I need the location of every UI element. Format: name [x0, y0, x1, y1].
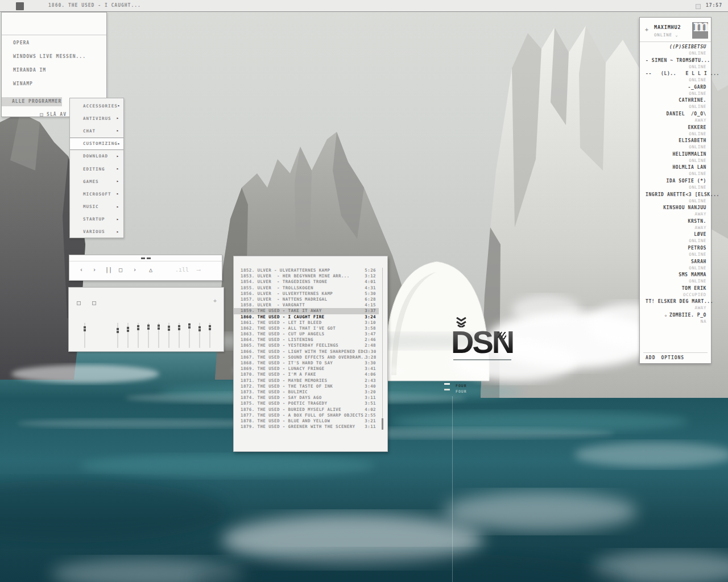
contact-row[interactable]: KINSHOU NANJUU AWAY — [643, 205, 706, 217]
slider-handle[interactable] — [198, 326, 201, 331]
start-menu-item[interactable]: WINAMP — [2, 77, 106, 91]
own-status-dropdown[interactable]: ONLINE ⌄ — [654, 32, 679, 38]
playlist-track-row[interactable]: 1852. ULVER - ULVERATTERNES KAMP 5:26 — [234, 268, 387, 273]
contact-row[interactable]: ((P)SEIBETSU ONLINE — [643, 44, 706, 56]
eq-band-slider[interactable] — [158, 288, 160, 351]
submenu-item[interactable]: CHAT ▸ — [70, 124, 123, 137]
submenu-item[interactable]: MUSIC ▸ — [70, 201, 123, 213]
playlist-track-row[interactable]: 1860. THE USED - I CAUGHT FIRE 3:24 — [234, 314, 387, 320]
playlist-track-row[interactable]: 1864. THE USED - LISTENING 2:46 — [234, 337, 387, 343]
add-button[interactable]: ADD — [646, 355, 655, 360]
playlist-track-row[interactable]: 1862. THE USED - ALL THAT I'VE GOT 3:58 — [234, 326, 387, 331]
playlist-track-row[interactable]: 1871. THE USED - MAYBE MEMORIES 2:43 — [234, 378, 387, 384]
player-control-button[interactable]: || — [105, 265, 112, 275]
player-control-button[interactable]: .ıll — [175, 265, 189, 275]
start-menu-item[interactable]: OPERA — [2, 36, 106, 50]
eq-band-slider[interactable] — [188, 288, 191, 351]
contact-row[interactable]: DANIEL /O_O\ AWAY — [643, 111, 706, 123]
slider-handle[interactable] — [84, 326, 86, 331]
playlist-track-row[interactable]: 1874. THE USED - SAY DAYS AGO 3:11 — [234, 395, 387, 401]
playlist-track-row[interactable]: 1859. THE USED - TAKE IT AWAY 3:37 — [234, 308, 379, 314]
playlist-track-row[interactable]: 1861. THE USED - LET IT BLEED 3:10 — [234, 320, 387, 326]
eq-band-slider[interactable] — [209, 288, 211, 351]
contact-row[interactable]: TOM ERIK OCCUPIED — [643, 285, 706, 298]
submenu-item[interactable]: GAMES ▸ — [70, 175, 123, 188]
contact-row[interactable]: PETROS ONLINE — [643, 245, 706, 257]
playlist-track-row[interactable]: 1878. THE USED - BLUE AND YELLOW 3:21 — [234, 418, 387, 424]
slider-handle[interactable] — [117, 328, 119, 333]
start-menu-item[interactable]: MIRANDA IM — [2, 64, 106, 77]
start-menu-item[interactable]: WINDOWS LIVE MESSEN... — [2, 50, 106, 64]
eq-band-slider[interactable] — [178, 288, 180, 351]
slider-handle[interactable] — [209, 325, 211, 330]
plus-icon[interactable]: + — [213, 298, 217, 304]
contact-row[interactable]: ◇ZOMBIIE. P_O NA — [643, 312, 706, 325]
eq-band-slider[interactable] — [168, 288, 170, 351]
playlist-track-row[interactable]: 1870. THE USED - I'M A FAKE 4:06 — [234, 372, 387, 377]
contact-row[interactable]: ELISABETH ONLINE — [643, 138, 706, 150]
contact-row[interactable]: KRSTN. AWAY — [643, 218, 706, 231]
contact-row[interactable]: IDA SOFIE (*) ONLINE — [643, 178, 706, 190]
player-control-button[interactable]: ⟶ — [197, 265, 200, 275]
contact-row[interactable]: HOLMLIA LAN ONLINE — [643, 164, 706, 177]
eq-band-slider[interactable] — [137, 288, 139, 351]
playlist-track-row[interactable]: 1869. THE USED - LUNACY FRINGE 3:41 — [234, 366, 387, 372]
player-control-button[interactable]: › — [93, 265, 96, 275]
submenu-item[interactable]: MICROSOFT ▸ — [70, 188, 123, 200]
slider-handle[interactable] — [178, 325, 180, 330]
playlist-track-row[interactable]: 1868. THE USED - IT'S HARD TO SAY 3:30 — [234, 360, 387, 366]
slider-handle[interactable] — [147, 325, 150, 330]
submenu-item[interactable]: EDITING ▸ — [70, 163, 123, 175]
eq-band-slider[interactable] — [127, 288, 129, 351]
contact-row[interactable]: -- (L).. E L L I ... ONLINE — [643, 70, 706, 83]
contact-row[interactable]: TT! ELSKER DEG MART... AWAY — [643, 298, 706, 311]
own-username[interactable]: MAXIMHU2 — [654, 24, 681, 30]
playlist-track-row[interactable]: 1865. THE USED - YESTERDAY FEELINGS 2:48 — [234, 343, 387, 348]
contact-row[interactable]: LØVE ONLINE — [643, 231, 706, 244]
player-control-button[interactable]: › — [133, 265, 136, 275]
slider-handle[interactable] — [188, 323, 191, 329]
playlist-track-row[interactable]: 1856. ULVER - ULVERYTTERNES KAMP 5:30 — [234, 291, 387, 297]
player-control-button[interactable]: □ — [119, 265, 122, 275]
submenu-item[interactable]: CUSTOMIZING ▸ — [70, 138, 123, 150]
playlist-track-row[interactable]: 1853. ULVER - HER BEGYNNER MINE ARR... 3… — [234, 273, 387, 279]
contact-row[interactable]: SARAH ONLINE — [643, 259, 706, 271]
playlist-track-row[interactable]: 1879. THE USED - GREENER WITH THE SCENER… — [234, 424, 387, 430]
player-control-button[interactable]: △ — [149, 265, 152, 275]
scrollbar-track[interactable] — [382, 268, 383, 430]
slider-handle[interactable] — [127, 327, 129, 332]
submenu-item[interactable]: VARIOUS ▸ — [70, 226, 123, 238]
contact-row[interactable]: SMS MAMMA ONLINE — [643, 272, 706, 284]
playlist-track-row[interactable]: 1875. THE USED - POETIC TRAGEDY 3:51 — [234, 401, 387, 406]
submenu-item[interactable]: ACCESSORIES ▸ — [70, 99, 123, 112]
playlist-track-row[interactable]: 1876. THE USED - BURIED MYSELF ALIVE 4:0… — [234, 407, 387, 413]
eq-band-slider[interactable] — [147, 288, 150, 351]
slider-handle[interactable] — [158, 325, 160, 330]
playlist-track-row[interactable]: 1872. THE USED - THE TASTE OF INK 3:40 — [234, 384, 387, 389]
slider-handle[interactable] — [137, 325, 139, 330]
playlist-track-row[interactable]: 1858. ULVER - VARGNATT 4:15 — [234, 302, 387, 308]
submenu-item[interactable]: STARTUP ▸ — [70, 213, 123, 226]
contact-row[interactable]: CATHRINE. ONLINE — [643, 97, 706, 110]
submenu-item[interactable]: ANTIVIRUS ▸ — [70, 112, 123, 124]
options-button[interactable]: OPTIONS — [661, 355, 684, 360]
tray-icon[interactable] — [696, 4, 701, 9]
playlist-track-row[interactable]: 1866. THE USED - LIGHT WITH THE SHARPENE… — [234, 349, 387, 355]
contact-row[interactable]: HELIUMMALIN ONLINE — [643, 151, 706, 164]
slider-handle[interactable] — [168, 326, 170, 331]
contact-row[interactable]: INGRID ANETTE<3 [ELSK... ONLINE — [643, 192, 706, 204]
add-contact-icon[interactable]: + — [645, 27, 648, 33]
playlist-track-row[interactable]: 1863. THE USED - CUT UP ANGELS 3:47 — [234, 331, 387, 337]
playlist-track-row[interactable]: 1855. ULVER - TROLLSKOGEN 4:31 — [234, 285, 387, 291]
scrollbar-thumb[interactable] — [382, 418, 383, 430]
playlist-track-row[interactable]: 1877. THE USED - A BOX FULL OF SHARP OBJ… — [234, 413, 387, 418]
eq-band-slider[interactable] — [117, 288, 119, 351]
playlist-track-row[interactable]: 1854. ULVER - TRAGEDIENS TRONE 4:01 — [234, 279, 387, 285]
start-button[interactable] — [16, 2, 24, 10]
eq-band-slider[interactable] — [84, 288, 86, 351]
eq-band-slider[interactable] — [198, 288, 201, 351]
submenu-item[interactable]: DOWNLOAD ▸ — [70, 150, 123, 163]
playlist-track-row[interactable]: 1867. THE USED - SOUND EFFECTS AND OVERD… — [234, 355, 387, 360]
contact-row[interactable]: -_GARD ONLINE — [643, 84, 706, 97]
contact-row[interactable]: EKKERE ONLINE — [643, 124, 706, 137]
